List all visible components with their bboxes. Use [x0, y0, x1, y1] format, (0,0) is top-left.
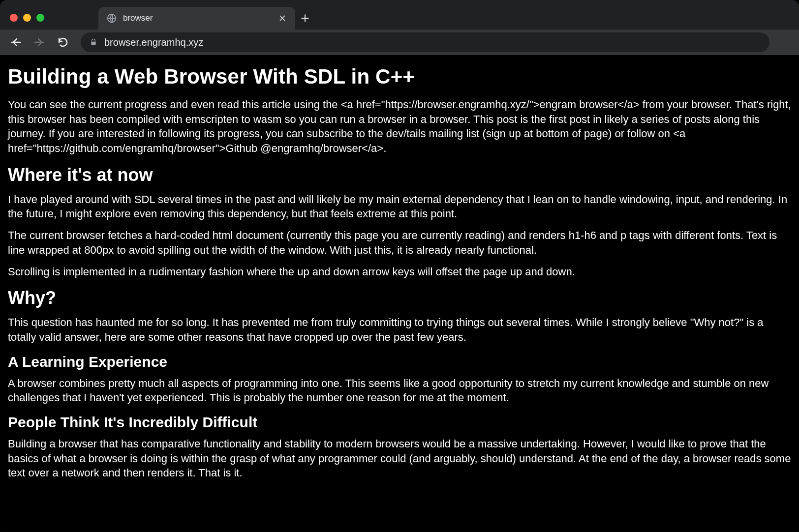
window-close-button[interactable] [10, 14, 18, 22]
close-icon[interactable] [277, 13, 287, 23]
tab-active[interactable]: browser [98, 7, 295, 30]
window-minimize-button[interactable] [23, 14, 31, 22]
paragraph: Scrolling is implemented in a rudimentar… [8, 265, 791, 279]
window-maximize-button[interactable] [36, 14, 44, 22]
heading-learning: A Learning Experience [8, 354, 791, 370]
titlebar: browser [0, 0, 799, 30]
new-tab-button[interactable] [295, 7, 315, 30]
url-text: browser.engramhq.xyz [104, 37, 203, 48]
forward-button[interactable] [29, 32, 50, 52]
browser-window: browser browser.engramhq.xyz [0, 0, 799, 532]
paragraph: The current browser fetches a hard-coded… [8, 228, 791, 257]
back-button[interactable] [5, 32, 27, 52]
page-viewport[interactable]: Building a Web Browser With SDL in C++ Y… [0, 55, 799, 532]
globe-icon [106, 13, 117, 24]
heading-where: Where it's at now [8, 165, 791, 185]
toolbar: browser.engramhq.xyz [0, 30, 799, 55]
reload-button[interactable] [52, 32, 74, 52]
tab-title: browser [123, 13, 272, 23]
tabstrip: browser [98, 7, 315, 30]
svg-rect-1 [91, 42, 95, 45]
paragraph: You can see the current progress and eve… [8, 97, 791, 156]
paragraph: I have played around with SDL several ti… [8, 192, 791, 221]
heading-why: Why? [8, 288, 791, 308]
paragraph: A browser combines pretty much all aspec… [8, 376, 791, 405]
heading-difficult: People Think It's Incredibly Difficult [8, 414, 791, 431]
paragraph: Building a browser that has comparative … [8, 437, 791, 480]
paragraph: This question has haunted me for so long… [8, 315, 791, 344]
lock-icon [90, 38, 97, 46]
page-title: Building a Web Browser With SDL in C++ [8, 65, 791, 89]
address-bar[interactable]: browser.engramhq.xyz [81, 32, 769, 52]
window-controls [10, 14, 44, 22]
